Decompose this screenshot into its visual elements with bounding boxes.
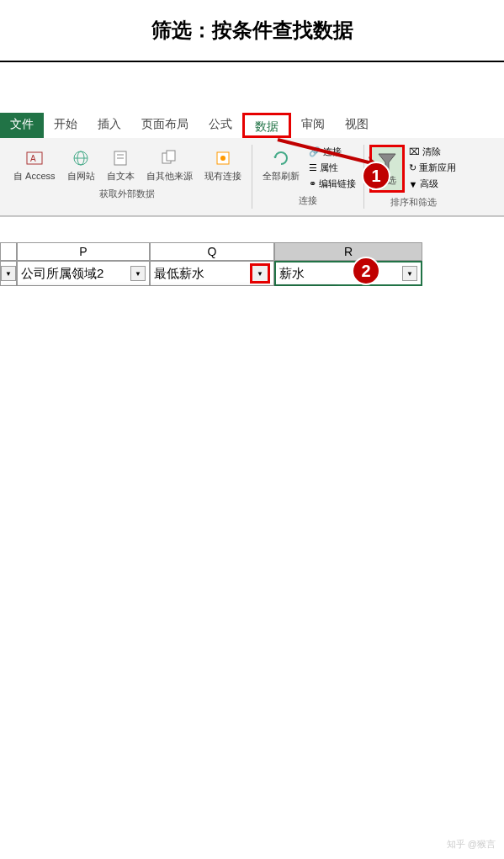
btn-from-other[interactable]: 自其他来源 bbox=[141, 145, 198, 184]
btn-from-text[interactable]: 自文本 bbox=[102, 145, 140, 184]
web-icon bbox=[69, 146, 93, 170]
btn-from-access[interactable]: A 自 Access bbox=[8, 145, 61, 184]
spreadsheet: P Q R ▼ 公司所属领域2 ▼ 最低薪水 ▼ 薪水 ▼ 2 A↓Z 升序(S… bbox=[0, 242, 504, 286]
other-source-icon bbox=[157, 146, 181, 170]
header-r-text: 薪水 bbox=[279, 266, 305, 282]
group-label-sort-filter: 排序和筛选 bbox=[390, 196, 437, 209]
filter-cell-r: 薪水 ▼ bbox=[274, 261, 422, 286]
filter-header-row: ▼ 公司所属领域2 ▼ 最低薪水 ▼ 薪水 ▼ bbox=[0, 261, 504, 286]
filter-dropdown-row[interactable]: ▼ bbox=[1, 266, 16, 281]
header-q-text: 最低薪水 bbox=[154, 266, 204, 282]
btn-advanced[interactable]: ▼高级 bbox=[406, 177, 459, 191]
column-headers: P Q R bbox=[0, 242, 504, 261]
tab-home[interactable]: 开始 bbox=[44, 113, 88, 138]
col-header-q[interactable]: Q bbox=[150, 242, 274, 261]
reapply-icon: ↻ bbox=[409, 162, 416, 173]
ribbon-content: A 自 Access 自网站 自文本 自其他来源 现有连接 bbox=[0, 138, 504, 216]
clear-icon: ⌧ bbox=[409, 146, 420, 157]
filter-cell-p: 公司所属领域2 ▼ bbox=[17, 261, 150, 286]
filter-cell-q: 最低薪水 ▼ bbox=[150, 261, 274, 286]
existing-conn-icon bbox=[211, 146, 235, 170]
callout-2: 2 bbox=[352, 257, 380, 285]
filter-dropdown-p[interactable]: ▼ bbox=[130, 266, 146, 281]
svg-text:A: A bbox=[30, 154, 36, 163]
tab-page-layout[interactable]: 页面布局 bbox=[131, 113, 199, 138]
ribbon: 文件 开始 插入 页面布局 公式 数据 审阅 视图 A 自 Access 自网站… bbox=[0, 113, 504, 217]
tab-formulas[interactable]: 公式 bbox=[199, 113, 242, 138]
svg-rect-9 bbox=[167, 151, 175, 161]
group-label-connections: 连接 bbox=[299, 194, 317, 207]
btn-clear[interactable]: ⌧清除 bbox=[406, 145, 459, 159]
text-icon bbox=[109, 146, 132, 170]
col-header-p[interactable]: P bbox=[17, 242, 150, 261]
header-p-text: 公司所属领域2 bbox=[21, 266, 103, 282]
svg-line-12 bbox=[278, 140, 379, 165]
btn-existing[interactable]: 现有连接 bbox=[199, 145, 247, 184]
tab-insert[interactable]: 插入 bbox=[88, 113, 131, 138]
svg-point-11 bbox=[220, 156, 225, 161]
btn-from-web[interactable]: 自网站 bbox=[62, 145, 100, 184]
page-title: 筛选：按条件查找数据 bbox=[0, 17, 504, 44]
access-icon: A bbox=[23, 146, 46, 170]
row-header-blank bbox=[0, 242, 17, 261]
filter-dropdown-r[interactable]: ▼ bbox=[402, 266, 417, 281]
tab-file[interactable]: 文件 bbox=[0, 113, 44, 138]
ribbon-tabs: 文件 开始 插入 页面布局 公式 数据 审阅 视图 bbox=[0, 113, 504, 138]
group-external-data: A 自 Access 自网站 自文本 自其他来源 现有连接 bbox=[3, 145, 252, 209]
btn-reapply[interactable]: ↻重新应用 bbox=[406, 161, 459, 175]
group-label-external: 获取外部数据 bbox=[99, 188, 155, 200]
callout-1: 1 bbox=[362, 162, 390, 190]
filter-cell-blank: ▼ bbox=[0, 261, 17, 286]
filter-dropdown-q[interactable]: ▼ bbox=[250, 263, 270, 284]
advanced-icon: ▼ bbox=[409, 179, 418, 189]
col-header-r[interactable]: R bbox=[274, 242, 422, 261]
